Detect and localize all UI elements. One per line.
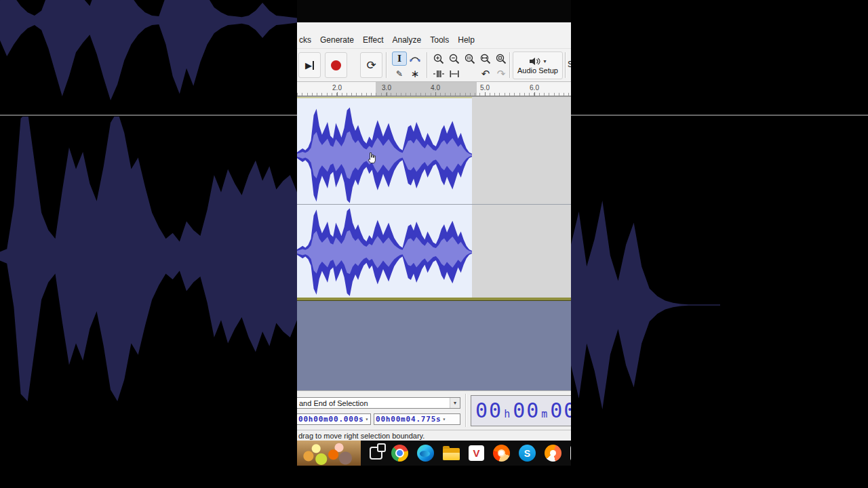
bg-waveform-top — [0, 0, 297, 114]
taskbar-icon-thumbnail-image[interactable] — [297, 441, 361, 466]
record-icon — [331, 60, 341, 70]
zoom-fit-selection-icon — [465, 54, 475, 64]
zoom-out-button[interactable] — [447, 52, 462, 66]
envelope-icon — [409, 54, 421, 64]
ruler-minor-ticks — [297, 93, 571, 96]
zoom-fit-project-button[interactable] — [478, 52, 493, 66]
taskbar-icon-browser-orange[interactable] — [493, 445, 510, 462]
zoom-fit-project-icon — [480, 54, 491, 64]
ruler-tick-3.0: 3.0 — [382, 84, 391, 92]
menu-item-cks[interactable]: cks — [299, 35, 311, 45]
loop-button[interactable]: ⟳ — [360, 52, 382, 78]
redo-icon: ↷ — [497, 68, 506, 80]
toolbar-separator — [565, 52, 566, 78]
zoom-in-icon — [433, 54, 444, 64]
menu-item-tools[interactable]: Tools — [430, 35, 449, 45]
selection-tool-button[interactable]: I — [392, 52, 407, 66]
undo-icon: ↶ — [481, 68, 490, 80]
timeline-ruler[interactable]: 2.03.04.05.06.0 — [297, 82, 571, 96]
taskbar-icon-task-view[interactable] — [370, 447, 382, 460]
selection-end-field[interactable]: 00h00m04.775s ▾ — [374, 413, 460, 425]
stereo-waveform — [297, 97, 472, 302]
video-frame: cksGenerateEffectAnalyzeToolsHelp ▶ ⟳ I … — [0, 0, 868, 488]
dropdown-caret-icon: ▾ — [450, 398, 460, 408]
status-bar: drag to move right selection boundary. — [297, 430, 571, 441]
share-audio-button-partial[interactable]: S — [568, 60, 571, 69]
taskbar-icon-edge[interactable] — [417, 445, 434, 462]
undo-button[interactable]: ↶ — [478, 66, 493, 81]
big-time-digits: 00 — [513, 396, 540, 426]
ibeam-icon: I — [397, 54, 401, 64]
taskbar-icon-partial-icon[interactable] — [570, 445, 571, 461]
audio-setup-button[interactable]: ▾ Audio Setup — [513, 52, 563, 79]
background-waveform-right — [571, 0, 868, 488]
toolbar-separator — [386, 52, 387, 78]
multi-tool-icon: ∗ — [411, 68, 420, 80]
toolbar-separator — [509, 52, 511, 78]
taskbar-icon-v-app[interactable]: V — [469, 445, 484, 461]
record-button[interactable] — [325, 52, 347, 78]
end-bar-icon — [313, 61, 314, 70]
taskbar: VS — [297, 441, 571, 466]
selection-start-value: 00h00m00.000s — [298, 415, 364, 424]
taskbar-icon-chrome[interactable] — [391, 445, 408, 462]
zoom-toggle-button[interactable] — [494, 52, 509, 66]
trim-audio-icon — [433, 69, 445, 79]
track-area — [297, 96, 571, 301]
speaker-icon — [529, 57, 541, 66]
zoom-toggle-icon — [496, 54, 507, 64]
bg-track-divider-line — [571, 115, 868, 116]
play-to-end-button[interactable]: ▶ — [298, 52, 321, 78]
audacity-window: cksGenerateEffectAnalyzeToolsHelp ▶ ⟳ I … — [297, 0, 571, 488]
silence-audio-icon — [448, 69, 460, 79]
draw-tool-button[interactable]: ✎ — [392, 66, 407, 81]
multi-tool-button[interactable]: ∗ — [408, 66, 422, 81]
main-toolbar: ▶ ⟳ I ✎ ∗ — [297, 49, 571, 82]
tracks-backdrop — [297, 301, 571, 390]
background-waveform-left — [0, 0, 297, 488]
big-time-unit: h — [504, 408, 510, 420]
loop-icon: ⟳ — [366, 58, 376, 73]
taskbar-icon-app-swirl[interactable] — [545, 445, 561, 462]
video-letterbox-bottom — [297, 466, 571, 488]
menu-item-effect[interactable]: Effect — [363, 35, 383, 45]
selection-start-field[interactable]: 00h00m00.000s ▾ — [297, 413, 371, 425]
menu-item-help[interactable]: Help — [458, 35, 475, 45]
silence-audio-button[interactable] — [447, 66, 462, 81]
ruler-tick-5.0: 5.0 — [480, 84, 490, 92]
selection-mode-dropdown[interactable]: and End of Selection ▾ — [297, 397, 460, 409]
zoom-in-button[interactable] — [431, 52, 446, 66]
toolbar-separator — [427, 52, 428, 78]
ruler-tick-2.0: 2.0 — [332, 84, 342, 92]
big-time-display[interactable]: 00h00m00 — [471, 395, 571, 426]
envelope-tool-button[interactable] — [408, 52, 422, 66]
selection-mode-label: and End of Selection — [299, 399, 368, 407]
big-time-digits: 00 — [550, 396, 571, 426]
bg-track-divider-line — [0, 115, 297, 116]
trim-audio-button[interactable] — [431, 66, 446, 81]
ruler-tick-6.0: 6.0 — [530, 84, 539, 92]
video-letterbox-top — [297, 0, 571, 22]
status-message: drag to move right selection boundary. — [298, 432, 425, 440]
redo-button[interactable]: ↷ — [494, 66, 509, 81]
end-field-caret-icon: ▾ — [443, 416, 446, 422]
selection-toolbar: and End of Selection ▾ 00h00m00.000s ▾ 0… — [297, 390, 571, 430]
audio-setup-caret-icon: ▾ — [543, 58, 546, 64]
channel-divider — [297, 204, 571, 205]
big-time-unit: m — [541, 408, 547, 420]
start-field-caret-icon: ▾ — [366, 416, 369, 422]
play-icon: ▶ — [305, 60, 312, 70]
big-time-digits: 00 — [475, 396, 502, 426]
selection-toolbar-separator — [465, 394, 467, 427]
menubar: cksGenerateEffectAnalyzeToolsHelp — [297, 22, 571, 49]
bg-waveform-right-cluster — [571, 190, 720, 420]
menu-item-generate[interactable]: Generate — [320, 35, 354, 45]
taskbar-icon-file-explorer[interactable] — [443, 448, 460, 460]
audio-setup-label: Audio Setup — [517, 66, 558, 75]
taskbar-icon-skype[interactable]: S — [519, 445, 536, 462]
hand-cursor-icon — [367, 152, 377, 165]
zoom-fit-selection-button[interactable] — [462, 52, 477, 66]
menu-item-analyze[interactable]: Analyze — [393, 35, 422, 45]
zoom-out-icon — [449, 54, 460, 64]
pencil-icon: ✎ — [396, 69, 403, 79]
